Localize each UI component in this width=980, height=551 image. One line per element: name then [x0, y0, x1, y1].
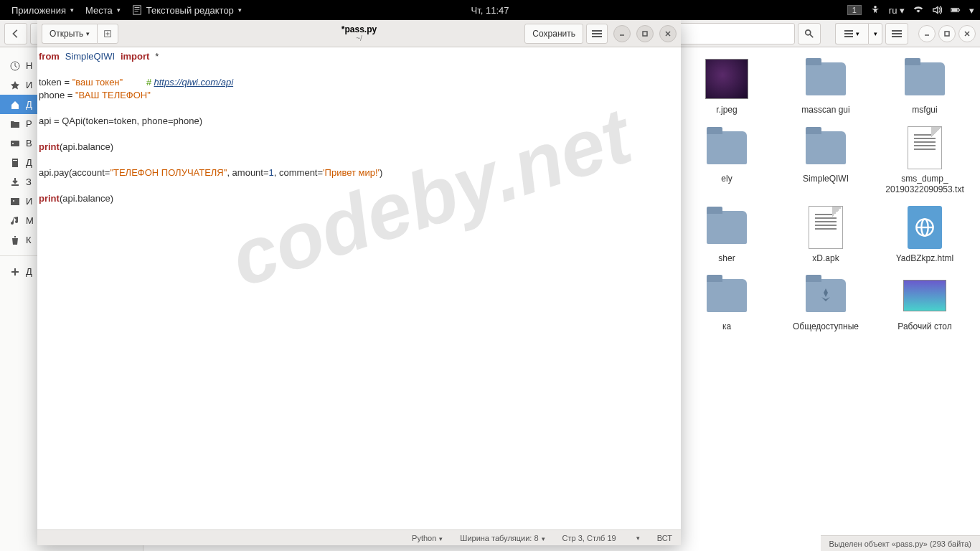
- view-switcher[interactable]: ▾: [835, 23, 868, 44]
- nautilus-status: Выделен объект «pass.py» (293 байта): [821, 535, 980, 551]
- gedit-window: Открыть▾ *pass.py ~/ Сохранить from Simp…: [37, 20, 681, 545]
- accessibility-icon[interactable]: [870, 5, 880, 15]
- language-selector[interactable]: Python▾: [412, 534, 443, 542]
- file-icon[interactable]: Рабочий стол: [878, 270, 971, 336]
- position-menu[interactable]: ▾: [636, 534, 640, 542]
- file-icon[interactable]: msfgui: [878, 53, 971, 119]
- code-editor[interactable]: from SimpleQIWI import * token = "ваш то…: [37, 47, 681, 529]
- svg-rect-25: [11, 198, 19, 205]
- workspace-indicator[interactable]: 1: [847, 5, 862, 15]
- window-title: *pass.py ~/: [341, 24, 377, 42]
- battery-icon[interactable]: [951, 5, 961, 15]
- svg-rect-33: [592, 30, 602, 32]
- gedit-maximize[interactable]: [636, 25, 654, 42]
- svg-rect-14: [892, 33, 902, 34]
- search-button[interactable]: [798, 23, 821, 44]
- wifi-icon[interactable]: [913, 5, 923, 15]
- gnome-panel: Приложения▾ Места▾ Текстовый редактор▾ Ч…: [0, 0, 980, 20]
- gedit-titlebar[interactable]: Открыть▾ *pass.py ~/ Сохранить: [37, 20, 681, 47]
- file-icon[interactable]: xD.apk: [779, 202, 872, 268]
- gedit-statusbar: Python▾ Ширина табуляции: 8▾ Стр 3, Стлб…: [37, 529, 681, 545]
- save-button[interactable]: Сохранить: [524, 24, 583, 44]
- svg-rect-17: [945, 32, 949, 36]
- svg-rect-12: [844, 36, 853, 37]
- clock[interactable]: Чт, 11:47: [466, 5, 515, 16]
- svg-rect-35: [592, 36, 602, 37]
- svg-point-22: [12, 143, 14, 144]
- file-icon[interactable]: ely: [680, 122, 773, 199]
- svg-rect-15: [892, 36, 902, 37]
- svg-rect-24: [13, 160, 17, 161]
- svg-line-9: [810, 34, 813, 37]
- svg-rect-13: [892, 30, 902, 32]
- svg-point-26: [13, 200, 14, 202]
- file-icon[interactable]: YadBZkpz.html: [878, 202, 971, 268]
- tabwidth-selector[interactable]: Ширина табуляции: 8▾: [460, 534, 545, 542]
- apps-menu[interactable]: Приложения▾: [6, 5, 80, 16]
- svg-rect-34: [592, 33, 602, 34]
- places-menu[interactable]: Места▾: [80, 5, 126, 16]
- editor-icon: [132, 5, 142, 15]
- file-icon[interactable]: SimpleQIWI: [779, 122, 872, 199]
- svg-point-8: [806, 29, 811, 34]
- active-app-menu[interactable]: Текстовый редактор▾: [126, 5, 248, 16]
- system-menu[interactable]: ▾: [969, 5, 974, 16]
- gedit-minimize[interactable]: [613, 25, 631, 42]
- close-button[interactable]: [958, 25, 976, 42]
- file-icon[interactable]: Общедоступные: [779, 270, 872, 336]
- file-icon[interactable]: r.jpeg: [680, 53, 773, 119]
- volume-icon[interactable]: [932, 5, 942, 15]
- gedit-close[interactable]: [659, 25, 677, 42]
- svg-rect-23: [12, 159, 18, 167]
- hamburger-menu[interactable]: [885, 23, 908, 44]
- view-options-button[interactable]: ▾: [868, 23, 882, 44]
- minimize-button[interactable]: [918, 25, 936, 42]
- gedit-menu-button[interactable]: [586, 24, 608, 44]
- svg-rect-6: [958, 9, 960, 11]
- new-tab-button[interactable]: [97, 24, 118, 44]
- file-icon[interactable]: sms_dump_20190322090953.txt: [878, 122, 971, 199]
- svg-rect-0: [133, 6, 141, 14]
- file-icon[interactable]: masscan gui: [779, 53, 872, 119]
- file-icon[interactable]: sher: [680, 202, 773, 268]
- watermark: codeby.net: [232, 127, 629, 267]
- svg-rect-37: [643, 32, 647, 36]
- svg-rect-7: [952, 9, 958, 11]
- cursor-position: Стр 3, Стлб 19: [562, 534, 616, 542]
- open-button[interactable]: Открыть▾: [42, 24, 97, 44]
- file-icon[interactable]: ка: [680, 270, 773, 336]
- maximize-button[interactable]: [938, 25, 956, 42]
- back-button[interactable]: [4, 23, 27, 44]
- svg-rect-11: [844, 33, 853, 34]
- svg-point-4: [874, 6, 877, 9]
- svg-rect-10: [844, 30, 853, 32]
- keyboard-layout[interactable]: ru ▾: [889, 5, 905, 16]
- svg-rect-21: [11, 141, 19, 146]
- insert-mode[interactable]: ВСТ: [657, 534, 672, 542]
